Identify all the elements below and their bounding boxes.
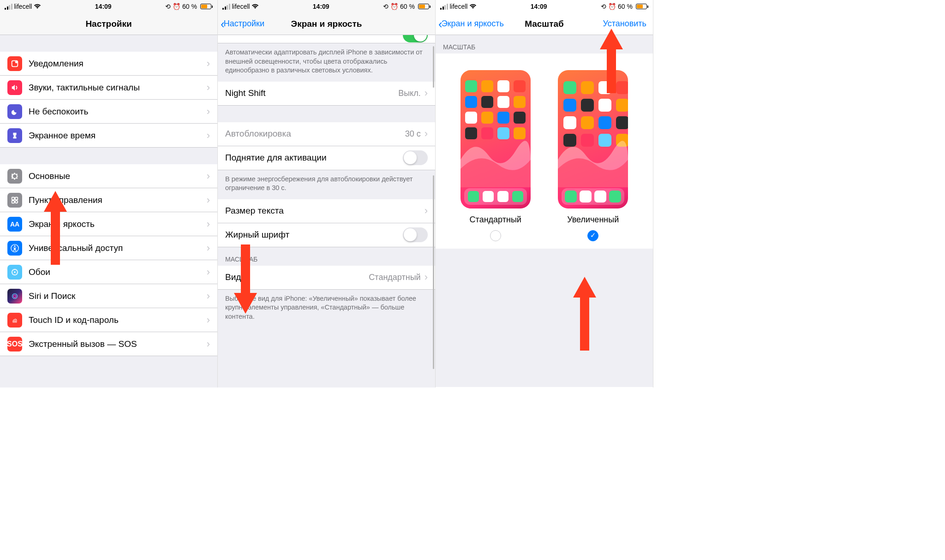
row-touchid[interactable]: Touch ID и код-пароль › <box>0 308 217 332</box>
dnd-icon <box>7 104 22 119</box>
row-label: Уведомления <box>29 59 207 69</box>
carrier-label: lifecell <box>450 3 468 10</box>
row-value: Стандартный <box>369 273 420 282</box>
row-wallpaper[interactable]: Обои › <box>0 260 217 284</box>
page-title: Масштаб <box>525 19 564 29</box>
svg-point-10 <box>12 293 18 298</box>
zoom-option-zoomed[interactable]: Увеличенный <box>558 70 628 243</box>
status-bar: lifecell 14:09 ⟲ ⏰ 60 % <box>436 0 653 13</box>
rotation-lock-icon: ⟲ <box>165 3 171 10</box>
row-label: Размер текста <box>225 206 425 216</box>
svg-point-9 <box>14 271 16 273</box>
row-label: Обои <box>29 267 207 277</box>
row-label: Основные <box>29 171 207 181</box>
zoom-option-label: Увеличенный <box>558 215 628 225</box>
clock: 14:09 <box>95 3 112 10</box>
row-screentime[interactable]: Экранное время › <box>0 124 217 148</box>
svg-point-1 <box>15 60 18 63</box>
row-accessibility[interactable]: Универсальный доступ › <box>0 236 217 260</box>
page-title: Настройки <box>85 19 132 29</box>
clock: 14:09 <box>531 3 547 10</box>
dock <box>464 188 527 205</box>
page-title: Экран и яркость <box>291 19 362 29</box>
clock: 14:09 <box>313 3 329 10</box>
back-label: Экран и яркость <box>442 19 504 29</box>
back-button[interactable]: ‹ Экран и яркость <box>438 18 504 30</box>
chevron-right-icon: › <box>207 266 210 278</box>
chevron-right-icon: › <box>207 242 210 254</box>
row-sounds[interactable]: Звуки, тактильные сигналы › <box>0 76 217 100</box>
radio-checked[interactable] <box>587 230 598 241</box>
row-nightshift[interactable]: Night Shift Выкл. › <box>218 82 435 106</box>
wifi-icon <box>469 4 477 9</box>
zoom-option-standard[interactable]: Стандартный <box>461 70 531 243</box>
autolock-description: В режиме энергосбережения для автоблокир… <box>218 170 435 199</box>
row-siri[interactable]: Siri и Поиск › <box>0 284 217 308</box>
row-value: 30 с <box>405 129 421 139</box>
back-button[interactable]: ‹ Настройки <box>221 18 264 30</box>
row-label: Универсальный доступ <box>29 243 207 253</box>
chevron-right-icon: › <box>425 205 428 217</box>
row-label: Экран и яркость <box>29 219 207 229</box>
row-control-center[interactable]: Пункт управления › <box>0 188 217 212</box>
settings-root-panel: lifecell 14:09 ⟲ ⏰ 60 % Настройки Уведом… <box>0 0 218 387</box>
scroll-indicator <box>433 46 434 88</box>
row-view[interactable]: Вид Стандартный › <box>218 266 435 290</box>
svg-rect-3 <box>15 197 18 199</box>
rotation-lock-icon: ⟲ <box>383 3 389 10</box>
row-label: Автоблокировка <box>225 129 405 139</box>
nav-bar: ‹ Экран и яркость Масштаб Установить <box>436 13 653 35</box>
chevron-right-icon: › <box>207 194 210 206</box>
row-label: Экранное время <box>29 131 207 141</box>
row-dnd[interactable]: Не беспокоить › <box>0 100 217 124</box>
svg-rect-2 <box>12 197 14 199</box>
row-label: Пункт управления <box>29 195 207 205</box>
row-bold-text[interactable]: Жирный шрифт <box>218 223 435 247</box>
nav-bar: Настройки <box>0 13 217 35</box>
row-general[interactable]: Основные › <box>0 164 217 188</box>
view-description: Выберите вид для iPhone: «Увеличенный» п… <box>218 290 435 328</box>
raise-to-wake-toggle[interactable] <box>403 150 428 165</box>
chevron-right-icon: › <box>207 106 210 118</box>
radio-unchecked[interactable] <box>490 230 501 241</box>
nav-bar: ‹ Настройки Экран и яркость <box>218 13 435 35</box>
row-autolock[interactable]: Автоблокировка 30 с › <box>218 122 435 146</box>
battery-percent: 60 % <box>182 3 197 10</box>
battery-icon <box>634 4 648 9</box>
bold-text-toggle[interactable] <box>403 227 428 242</box>
battery-icon <box>417 4 431 9</box>
chevron-right-icon: › <box>207 130 210 142</box>
row-display[interactable]: AA Экран и яркость › <box>0 212 217 236</box>
battery-percent: 60 % <box>400 3 415 10</box>
true-tone-toggle[interactable] <box>403 35 428 42</box>
row-label: Touch ID и код-пароль <box>29 315 207 325</box>
alarm-icon: ⏰ <box>173 3 180 10</box>
row-label: Siri и Поиск <box>29 291 207 301</box>
row-label: Night Shift <box>225 88 398 98</box>
notifications-icon <box>7 56 22 71</box>
chevron-right-icon: › <box>207 170 210 182</box>
wifi-icon <box>251 4 259 9</box>
accessibility-icon <box>7 241 22 256</box>
screentime-icon <box>7 128 22 143</box>
row-label: Поднятие для активации <box>225 153 403 163</box>
row-notifications[interactable]: Уведомления › <box>0 52 217 76</box>
sos-icon: SOS <box>7 337 22 351</box>
row-raise-to-wake[interactable]: Поднятие для активации <box>218 146 435 170</box>
row-text-size[interactable]: Размер текста › <box>218 199 435 223</box>
svg-rect-4 <box>12 200 14 203</box>
back-label: Настройки <box>224 19 264 29</box>
svg-point-11 <box>13 295 16 297</box>
battery-icon <box>199 4 213 9</box>
zoom-section-header: МАСШТАБ <box>436 35 653 54</box>
battery-percent: 60 % <box>618 3 633 10</box>
zoom-option-label: Стандартный <box>461 215 531 225</box>
chevron-right-icon: › <box>425 271 428 283</box>
true-tone-description: Автоматически адаптировать дисплей iPhon… <box>218 43 435 82</box>
chevron-right-icon: › <box>425 87 428 99</box>
chevron-right-icon: › <box>207 314 210 326</box>
row-sos[interactable]: SOS Экстренный вызов — SOS › <box>0 332 217 356</box>
set-button[interactable]: Установить <box>603 19 646 29</box>
carrier-label: lifecell <box>232 3 250 10</box>
zoom-options: Стандартный Увеличенный <box>436 54 653 249</box>
